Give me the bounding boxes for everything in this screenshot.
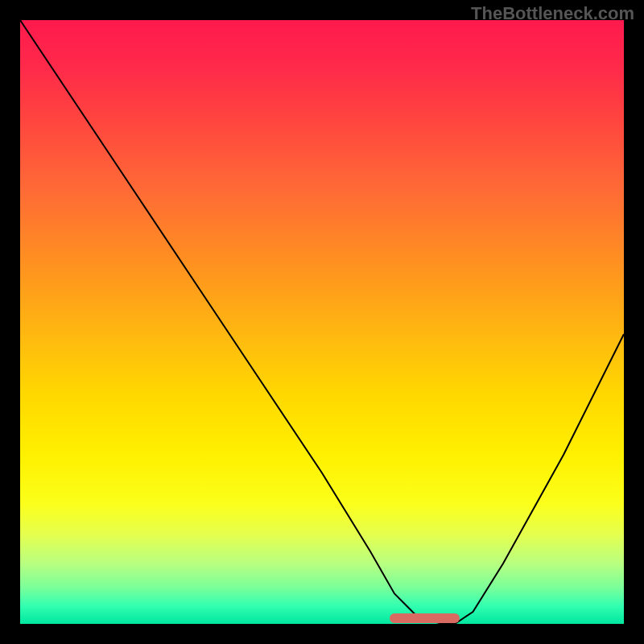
plot-area <box>20 20 624 624</box>
optimal-region-marker <box>390 613 460 623</box>
watermark-text: TheBottleneck.com <box>471 3 634 24</box>
bottleneck-curve <box>20 20 624 624</box>
